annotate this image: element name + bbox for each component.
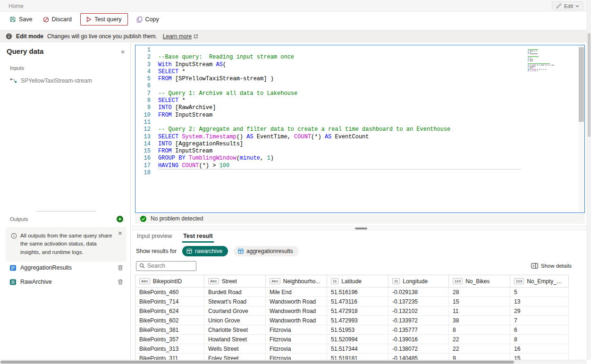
close-icon[interactable]: ✕ bbox=[118, 230, 122, 237]
output-item-rawarchive[interactable]: RawArchive bbox=[0, 275, 130, 289]
sidebar-resize-handle[interactable] bbox=[36, 211, 96, 212]
table-cell[interactable]: 11 bbox=[449, 306, 510, 316]
code-line[interactable]: FROM InputStream bbox=[158, 112, 521, 119]
editor-code[interactable]: --Base query: Reading input stream onceW… bbox=[158, 47, 521, 177]
test-query-button[interactable]: Test query bbox=[80, 13, 128, 25]
delete-icon[interactable] bbox=[117, 264, 124, 271]
scrollbar-thumb[interactable] bbox=[588, 33, 591, 137]
table-cell[interactable]: 5 bbox=[510, 288, 569, 297]
table-cell[interactable]: -0.133972 bbox=[388, 316, 449, 325]
learn-more-link[interactable]: Learn more bbox=[163, 33, 198, 40]
table-cell[interactable]: BikePoints_381 bbox=[135, 325, 204, 335]
table-cell[interactable]: 8 bbox=[449, 325, 510, 335]
code-line[interactable]: -- Query 2: Aggregate and filter data to… bbox=[158, 126, 521, 133]
discard-button[interactable]: Discard bbox=[38, 13, 76, 25]
table-cell[interactable]: 28 bbox=[449, 288, 510, 297]
sql-code-editor[interactable]: 123456789101112131415161718 --Base query… bbox=[135, 45, 585, 213]
table-cell[interactable]: Union Grove bbox=[204, 316, 266, 325]
table-cell[interactable]: BikePoints_460 bbox=[135, 288, 204, 297]
table-cell[interactable]: Wandsworth Road bbox=[266, 316, 327, 325]
table-cell[interactable]: BikePoints_602 bbox=[135, 316, 204, 325]
table-cell[interactable]: 51.472918 bbox=[327, 306, 388, 316]
code-line[interactable]: HAVING COUNT(*) > 100 bbox=[158, 162, 521, 169]
table-cell[interactable]: 22 bbox=[449, 344, 510, 354]
splitter-grip[interactable] bbox=[355, 228, 367, 229]
table-cell[interactable]: -0.132102 bbox=[388, 306, 449, 316]
code-line[interactable] bbox=[158, 169, 521, 177]
column-header[interactable]: 123No_Bikes bbox=[449, 275, 510, 288]
editor-scrollbar[interactable] bbox=[578, 45, 584, 212]
table-cell[interactable]: 29 bbox=[510, 306, 569, 316]
column-header[interactable]: 11Latitude bbox=[327, 275, 388, 288]
table-cell[interactable]: 7 bbox=[510, 316, 569, 325]
table-cell[interactable]: 51.517344 bbox=[327, 344, 388, 354]
search-box[interactable] bbox=[136, 261, 196, 271]
column-header[interactable]: AbcBikepointID bbox=[135, 275, 204, 288]
editor-minimap[interactable] bbox=[528, 48, 577, 73]
pill-aggregationresults[interactable]: aggregationresults bbox=[234, 246, 299, 256]
page-vertical-scrollbar[interactable] bbox=[587, 0, 591, 360]
table-cell[interactable]: 51.516196 bbox=[327, 288, 388, 297]
table-cell[interactable]: Fitzrovia bbox=[266, 325, 327, 335]
table-cell[interactable]: BikePoints_313 bbox=[135, 344, 204, 354]
code-line[interactable]: INTO [RawArchive] bbox=[158, 104, 521, 111]
show-details-button[interactable]: Show details bbox=[531, 263, 572, 269]
table-cell[interactable]: 6 bbox=[510, 325, 569, 335]
table-cell[interactable]: BikePoints_357 bbox=[135, 335, 204, 344]
code-line[interactable]: FROM [SPYellowTaxiStream-stream] ) bbox=[158, 76, 521, 83]
code-line[interactable]: With InputStream AS( bbox=[158, 61, 521, 68]
column-header[interactable]: AbcStreet bbox=[204, 275, 266, 288]
table-cell[interactable]: Fitzrovia bbox=[266, 335, 327, 344]
table-cell[interactable]: 8 bbox=[510, 335, 569, 344]
table-cell[interactable]: -0.138072 bbox=[388, 344, 449, 354]
column-header[interactable]: 11Longitude bbox=[388, 275, 449, 288]
table-cell[interactable]: 51.520994 bbox=[327, 335, 388, 344]
table-cell[interactable]: BikePoints_714 bbox=[135, 297, 204, 306]
code-line[interactable] bbox=[158, 119, 521, 126]
output-item-aggregationresults[interactable]: AggregationResults bbox=[0, 261, 130, 275]
table-cell[interactable]: BikePoints_624 bbox=[135, 306, 204, 316]
table-cell[interactable]: -0.137235 bbox=[388, 297, 449, 306]
pill-rawarchive[interactable]: rawarchive bbox=[182, 246, 228, 256]
table-cell[interactable]: 16 bbox=[510, 344, 569, 354]
table-cell[interactable]: -0.139016 bbox=[388, 335, 449, 344]
table-cell[interactable]: Charlotte Street bbox=[204, 325, 266, 335]
table-cell[interactable]: -0.135777 bbox=[388, 325, 449, 335]
table-cell[interactable]: 51.473116 bbox=[327, 297, 388, 306]
column-header[interactable]: AbcNeighbourho... bbox=[266, 275, 327, 288]
table-cell[interactable]: Stewart's Road bbox=[204, 297, 266, 306]
table-cell[interactable]: 15 bbox=[449, 297, 510, 306]
code-line[interactable]: SELECT * bbox=[158, 97, 521, 104]
table-cell[interactable]: Wells Street bbox=[204, 344, 266, 354]
table-cell[interactable]: Howland Street bbox=[204, 335, 266, 344]
code-line[interactable] bbox=[158, 47, 521, 54]
table-cell[interactable]: Wandsworth Road bbox=[266, 306, 327, 316]
table-cell[interactable]: 38 bbox=[449, 316, 510, 325]
code-line[interactable]: FROM InputStream bbox=[158, 148, 521, 155]
code-line[interactable]: SELECT System.Timestamp() AS EventTime, … bbox=[158, 134, 521, 141]
code-line[interactable]: SELECT * bbox=[158, 68, 521, 76]
input-item-spyellowtaxistream[interactable]: SPYellowTaxiStream-stream bbox=[9, 77, 125, 85]
table-cell[interactable]: 51.472993 bbox=[327, 316, 388, 325]
table-cell[interactable]: -0.029138 bbox=[388, 288, 449, 297]
delete-icon[interactable] bbox=[117, 279, 124, 285]
table-cell[interactable]: Wandsworth Road bbox=[266, 297, 327, 306]
code-line[interactable]: INTO [AggregationResults] bbox=[158, 141, 521, 148]
scrollbar-thumb[interactable] bbox=[0, 361, 514, 364]
table-cell[interactable]: Burdett Road bbox=[204, 288, 266, 297]
code-line[interactable] bbox=[158, 83, 521, 90]
table-cell[interactable]: Mile End bbox=[266, 288, 327, 297]
page-horizontal-scrollbar[interactable] bbox=[0, 360, 587, 364]
table-cell[interactable]: Fitzrovia bbox=[266, 344, 327, 354]
tab-home[interactable]: Home bbox=[8, 3, 24, 9]
table-cell[interactable]: 51.51953 bbox=[327, 325, 388, 335]
tab-input-preview[interactable]: Input preview bbox=[136, 230, 173, 243]
edit-mode-button[interactable]: Edit bbox=[552, 1, 583, 10]
table-cell[interactable]: 13 bbox=[510, 297, 569, 306]
panel-splitter[interactable] bbox=[131, 226, 591, 230]
code-line[interactable]: --Base query: Reading input stream once bbox=[158, 54, 521, 61]
copy-button[interactable]: Copy bbox=[132, 13, 164, 25]
scrollbar-thumb[interactable] bbox=[579, 47, 584, 122]
code-line[interactable]: GROUP BY TumblingWindow(minute, 1) bbox=[158, 155, 521, 162]
column-header[interactable]: 123No_Empty_D... bbox=[510, 275, 569, 288]
